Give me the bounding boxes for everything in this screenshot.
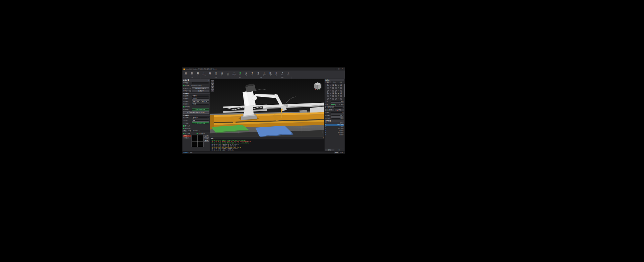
show-trackpoints-checkbox[interactable] xyxy=(197,133,198,134)
weave-enable-checkbox[interactable] xyxy=(183,106,184,107)
start-plan-button[interactable]: ⟳ 启动焊接轨迹规划（仿真） xyxy=(183,111,209,114)
seam-list-button[interactable]: 删除 xyxy=(204,140,209,142)
ribbon-button[interactable]: ● 开始 xyxy=(237,71,243,77)
jog-plus-button[interactable]: + xyxy=(332,92,334,94)
ribbon-button[interactable]: ✚ 工具 xyxy=(249,71,255,77)
seam-list-item[interactable]: 引导轨迹1 xyxy=(183,137,191,139)
viewport-tool-button[interactable]: ⊕ xyxy=(211,83,214,86)
jog-minus-button[interactable]: − xyxy=(327,98,329,100)
ribbon-button[interactable]: ⊞ 视图 xyxy=(273,71,279,77)
jog-plus-button[interactable]: + xyxy=(340,92,342,94)
show-cloud-checkbox[interactable] xyxy=(183,125,184,127)
jog-plus-button[interactable]: + xyxy=(340,95,342,97)
ribbon-button[interactable]: ⊕ 标定 xyxy=(213,71,219,77)
start-button[interactable]: ▶ 开始 xyxy=(325,109,334,111)
step-input[interactable]: 1.00 xyxy=(331,101,344,103)
motion-mode-select[interactable]: 一直移动选择 ▾ xyxy=(325,106,343,108)
seam-list-button[interactable]: 下移 xyxy=(204,137,209,139)
ribbon-button[interactable]: ▦ 保存 xyxy=(195,71,201,77)
update-weld-track-button[interactable]: ⟳ 更新焊接轨迹 xyxy=(192,108,209,111)
ribbon-button[interactable]: ⚙ 设置 xyxy=(255,71,261,77)
generate-track-button[interactable]: ⌖ 生成轨迹 xyxy=(192,90,209,92)
panel-close-icon[interactable]: ✕ xyxy=(208,79,209,81)
log-clear-icon[interactable]: ⟲ xyxy=(323,137,324,139)
ribbon-button[interactable]: ⌖ 坐标系 xyxy=(261,71,267,77)
jog-minus-button[interactable]: − xyxy=(335,84,337,86)
log-lines[interactable]: [16:42:05.113] [INFO] 点云采集完成，有效点数：182340… xyxy=(210,139,324,151)
ribbon-button[interactable]: ■ 停止 xyxy=(243,71,249,77)
weld-type-select[interactable]: 平焊缝▾ xyxy=(192,95,209,97)
viewport-tool-button[interactable]: ⊞ xyxy=(211,86,214,89)
right-panel-scrollbar[interactable] xyxy=(344,79,345,151)
jog-minus-button[interactable]: − xyxy=(335,95,337,97)
ribbon-button[interactable]: ≈ 焊缝识别 xyxy=(231,71,237,77)
stop-button[interactable]: ■ 停止 xyxy=(335,109,343,111)
jog-minus-button[interactable]: − xyxy=(335,92,337,94)
seam-panel-tab[interactable]: 调试 xyxy=(182,130,187,132)
jog-minus-button[interactable]: − xyxy=(327,92,329,94)
ribbon-button[interactable]: ▧ 打开 xyxy=(189,71,195,77)
minimize-button[interactable]: – xyxy=(334,68,337,70)
ribbon-button[interactable]: ◉ 相机 xyxy=(219,71,225,77)
close-button[interactable]: ✕ xyxy=(341,68,344,70)
statusbar-tab[interactable]: 输出 xyxy=(334,151,339,154)
seam-panel-tab[interactable]: 视图 xyxy=(187,130,193,132)
camera-thumbnail[interactable] xyxy=(192,135,204,147)
update-guide-track-button[interactable]: ⟳ 更新引导轨迹 xyxy=(192,122,209,125)
statusbar-tab[interactable]: 仿真 xyxy=(339,151,344,154)
right-panel-bottom-tab[interactable]: IO xyxy=(334,149,344,151)
coords-table-row[interactable]: C 0.000° xyxy=(325,134,344,136)
speed-slider-handle[interactable] xyxy=(335,104,335,106)
jog-minus-button[interactable]: − xyxy=(335,98,337,100)
ribbon-button[interactable]: ▤ 新建 xyxy=(183,71,189,77)
jog-minus-button[interactable]: − xyxy=(327,95,329,97)
jog-plus-button[interactable]: + xyxy=(340,90,342,92)
viewport-tool-button[interactable]: ↻ xyxy=(211,89,214,92)
jog-minus-button[interactable]: − xyxy=(327,84,329,86)
jog-plus-button[interactable]: + xyxy=(332,90,334,92)
ribbon-button[interactable]: ∴ 点云 xyxy=(225,71,231,77)
run-param-input[interactable]: 30% xyxy=(331,117,343,119)
jog-plus-button[interactable]: + xyxy=(332,98,334,100)
jog-plus-button[interactable]: + xyxy=(332,95,334,97)
weld-speed-input[interactable]: 25 mm xyxy=(192,98,209,100)
seam-list-item[interactable]: 焊缝轨迹1 xyxy=(183,135,191,137)
seam-panel-tab[interactable]: 帮助说明 xyxy=(192,130,200,132)
nav-cube[interactable] xyxy=(313,82,322,90)
ribbon-button[interactable]: ⌖ 机器人 xyxy=(201,71,207,77)
right-panel-bottom-tab[interactable]: 控制 xyxy=(325,149,334,151)
jog-plus-button[interactable]: + xyxy=(340,87,342,89)
seam-name-input[interactable] xyxy=(192,82,209,84)
coord-frame-tab[interactable]: 关节 xyxy=(325,81,331,83)
show-seam-checkbox[interactable] xyxy=(183,133,184,134)
weave-amp-input[interactable]: 振幅 0 mm xyxy=(192,100,200,102)
viewport-scene[interactable] xyxy=(210,79,324,137)
jog-minus-button[interactable]: − xyxy=(335,90,337,92)
guide-mode-input[interactable]: 标准 xyxy=(192,120,209,122)
jog-minus-button[interactable]: − xyxy=(335,87,337,89)
ribbon-button[interactable]: ▥ 工艺库 xyxy=(267,71,273,77)
jog-minus-button[interactable]: − xyxy=(327,87,329,89)
weave-freq-input[interactable]: 频率 0 Hz xyxy=(201,100,209,102)
jog-plus-button[interactable]: + xyxy=(332,87,334,89)
viewport-3d[interactable]: ⌂⊕⊞↻ xyxy=(210,79,324,137)
run-param-input[interactable]: 45° xyxy=(331,115,343,117)
guide-type-select[interactable]: 激光导引▾ xyxy=(192,117,209,119)
coord-frame-tab[interactable]: 世界 xyxy=(331,81,337,83)
jog-minus-button[interactable]: − xyxy=(327,90,329,92)
jog-plus-button[interactable]: + xyxy=(340,84,342,86)
scrollbar-thumb[interactable] xyxy=(344,84,345,97)
maximize-button[interactable]: ▢ xyxy=(337,68,340,70)
jog-plus-button[interactable]: + xyxy=(332,84,334,86)
ribbon-button[interactable]: i 关于 xyxy=(285,71,291,77)
auto-id-checkbox[interactable] xyxy=(183,85,184,86)
coord-frame-tab[interactable]: 工具 xyxy=(338,81,344,83)
seam-feature-button[interactable]: 开始焊缝特征识别 xyxy=(192,87,209,90)
weld-current-select[interactable]: 150 A▾ xyxy=(192,103,209,105)
speed-slider[interactable] xyxy=(331,104,340,105)
ribbon-button[interactable]: ▣ 工件 xyxy=(207,71,213,77)
run-param-input[interactable]: 5 xyxy=(331,112,344,114)
ribbon-button[interactable]: ? 帮助 xyxy=(279,71,285,77)
seam-list-button[interactable]: 上移 xyxy=(204,135,209,137)
jog-plus-button[interactable]: + xyxy=(340,98,342,100)
